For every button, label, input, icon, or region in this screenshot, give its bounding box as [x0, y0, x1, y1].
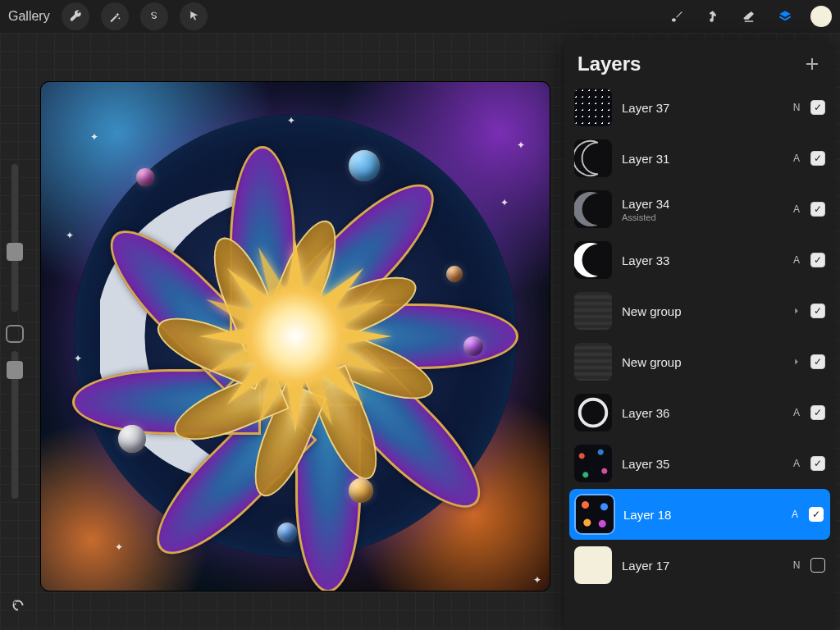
eraser-icon — [742, 9, 756, 24]
layer-name: Layer 31 — [622, 152, 669, 166]
layer-thumbnail — [574, 139, 612, 177]
layer-row[interactable]: Layer 18A — [569, 489, 830, 540]
undo-button[interactable] — [7, 594, 30, 617]
chevron-right-icon[interactable] — [791, 305, 802, 317]
layer-name: Layer 35 — [622, 457, 669, 471]
layer-name-wrap: Layer 34Assisted — [622, 197, 669, 222]
visibility-checkbox[interactable] — [810, 202, 825, 217]
selection-s-icon — [147, 9, 162, 24]
gallery-button[interactable]: Gallery — [8, 9, 50, 24]
layer-row[interactable]: Layer 35A — [564, 438, 835, 489]
magic-button[interactable] — [101, 2, 129, 30]
layer-thumbnail — [574, 394, 612, 431]
visibility-checkbox[interactable] — [810, 405, 825, 420]
layer-row[interactable]: Layer 33A — [564, 235, 835, 285]
chevron-right-icon[interactable] — [791, 356, 802, 368]
visibility-checkbox[interactable] — [809, 507, 824, 522]
layer-name-wrap: Layer 33 — [622, 253, 669, 267]
artwork-orb — [136, 168, 154, 186]
layer-right: A — [791, 456, 825, 471]
selection-button[interactable] — [140, 2, 168, 30]
opacity-slider[interactable] — [11, 351, 18, 499]
layer-thumbnail — [574, 190, 612, 228]
layer-list[interactable]: Layer 37NLayer 31ALayer 34AssistedALayer… — [564, 82, 835, 627]
layer-name-wrap: Layer 31 — [622, 152, 669, 166]
color-well[interactable] — [810, 6, 832, 27]
layers-icon — [778, 9, 792, 24]
eraser-tool-button[interactable] — [738, 6, 760, 27]
toolbar-right — [666, 6, 832, 27]
plus-icon — [802, 54, 822, 74]
artwork-orb — [349, 150, 380, 181]
layer-right: A — [791, 405, 825, 420]
blend-mode-indicator[interactable]: A — [791, 458, 802, 469]
layer-row[interactable]: Layer 34AssistedA — [564, 184, 835, 235]
artwork-star: ✦ — [115, 541, 123, 553]
brush-size-thumb[interactable] — [7, 243, 23, 261]
layer-name: New group — [622, 304, 682, 318]
layer-row[interactable]: Layer 31A — [564, 133, 835, 184]
layer-thumbnail — [574, 546, 612, 584]
blend-mode-indicator[interactable]: A — [791, 153, 802, 164]
layer-name-wrap: Layer 18 — [623, 508, 671, 522]
layers-title: Layers — [578, 52, 641, 75]
layer-name-wrap: Layer 36 — [622, 406, 669, 420]
layers-tool-button[interactable] — [774, 6, 796, 27]
artwork-star: ✦ — [90, 131, 98, 143]
layer-right: A — [791, 202, 825, 217]
layer-thumbnail — [574, 89, 612, 126]
blend-mode-indicator[interactable]: N — [791, 102, 802, 113]
visibility-checkbox[interactable] — [810, 304, 825, 318]
blend-mode-indicator[interactable]: N — [791, 559, 802, 571]
layer-name: Layer 34 — [622, 197, 669, 211]
visibility-checkbox[interactable] — [810, 100, 825, 115]
visibility-checkbox[interactable] — [810, 151, 825, 166]
layer-right — [791, 354, 825, 369]
canvas[interactable]: ✦✦✦✦✦✦✦✦✦✦✦✦ — [41, 82, 550, 591]
toolbar-left: Gallery — [8, 2, 208, 30]
smudge-tool-button[interactable] — [702, 6, 724, 27]
layer-name: Layer 36 — [622, 406, 669, 420]
layer-row[interactable]: Layer 37N — [564, 82, 835, 133]
artwork-orb — [446, 266, 463, 282]
layer-right — [791, 304, 825, 318]
brush-size-slider[interactable] — [11, 164, 18, 312]
opacity-thumb[interactable] — [7, 361, 23, 379]
layer-name: Layer 37 — [622, 101, 669, 115]
layer-row[interactable]: Layer 36A — [564, 387, 835, 438]
visibility-checkbox[interactable] — [810, 253, 825, 267]
blend-mode-indicator[interactable]: A — [789, 509, 801, 520]
adjustments-button[interactable] — [62, 2, 89, 30]
layer-right: A — [789, 507, 824, 522]
layer-name: Layer 17 — [622, 559, 669, 573]
blend-mode-indicator[interactable]: A — [791, 254, 802, 266]
blend-mode-indicator[interactable]: A — [791, 407, 802, 418]
artwork-orb — [349, 478, 373, 503]
transform-button[interactable] — [180, 2, 208, 30]
layer-row[interactable]: New group — [564, 285, 835, 336]
layer-name-wrap: Layer 35 — [622, 457, 669, 471]
layer-name-wrap: New group — [622, 355, 682, 369]
artwork-star: ✦ — [533, 574, 541, 586]
visibility-checkbox[interactable] — [810, 456, 825, 471]
wrench-icon — [68, 9, 83, 24]
modifier-button[interactable] — [6, 325, 24, 343]
layer-right: A — [791, 253, 825, 267]
visibility-checkbox[interactable] — [810, 558, 825, 573]
artwork-star: ✦ — [66, 230, 74, 241]
layer-right: N — [791, 100, 825, 115]
brush-tool-button[interactable] — [666, 6, 687, 27]
layer-row[interactable]: Layer 17N — [564, 540, 835, 591]
layer-row[interactable]: New group — [564, 336, 835, 387]
layer-thumbnail — [574, 241, 612, 279]
wand-icon — [107, 9, 122, 24]
blend-mode-indicator[interactable]: A — [791, 203, 802, 215]
layer-thumbnail — [576, 495, 614, 533]
add-layer-button[interactable] — [802, 54, 822, 74]
top-toolbar: Gallery — [0, 0, 840, 33]
visibility-checkbox[interactable] — [810, 354, 825, 369]
smudge-icon — [705, 9, 720, 24]
artwork-orb — [118, 425, 146, 453]
brush-icon — [669, 9, 684, 24]
layer-name-wrap: Layer 17 — [622, 559, 669, 573]
